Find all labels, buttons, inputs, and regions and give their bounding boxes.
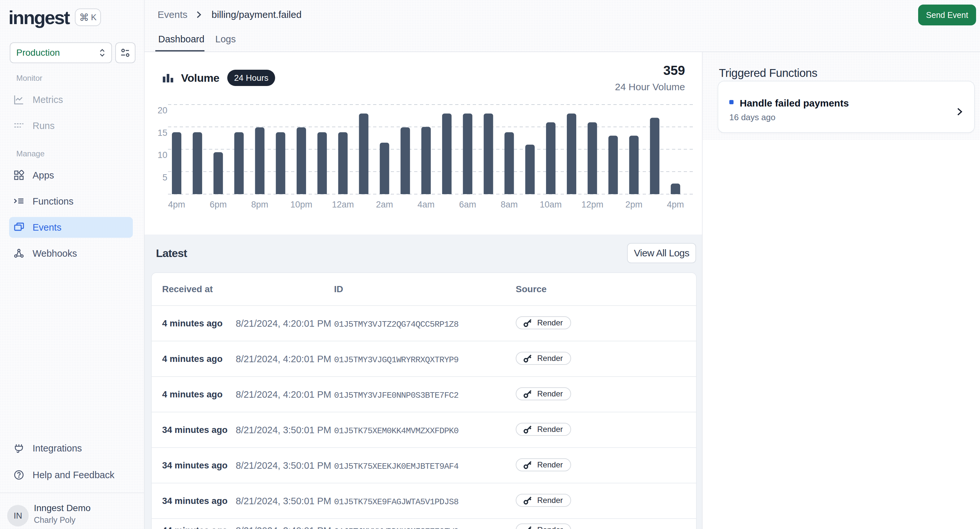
svg-text:10am: 10am bbox=[540, 200, 562, 209]
svg-text:15: 15 bbox=[158, 128, 167, 138]
svg-text:6am: 6am bbox=[459, 200, 476, 209]
svg-text:6pm: 6pm bbox=[210, 200, 227, 209]
svg-text:8pm: 8pm bbox=[251, 200, 269, 209]
svg-text:10pm: 10pm bbox=[290, 200, 313, 209]
svg-text:12pm: 12pm bbox=[581, 200, 604, 209]
svg-text:8am: 8am bbox=[501, 200, 518, 209]
svg-text:10: 10 bbox=[158, 150, 167, 160]
svg-text:2pm: 2pm bbox=[625, 200, 643, 209]
svg-text:12am: 12am bbox=[332, 200, 354, 209]
svg-text:4pm: 4pm bbox=[168, 200, 185, 209]
svg-text:20: 20 bbox=[158, 105, 167, 115]
svg-text:2am: 2am bbox=[376, 200, 393, 209]
svg-text:4pm: 4pm bbox=[667, 200, 684, 209]
svg-text:4am: 4am bbox=[417, 200, 435, 209]
svg-text:5: 5 bbox=[162, 173, 167, 182]
